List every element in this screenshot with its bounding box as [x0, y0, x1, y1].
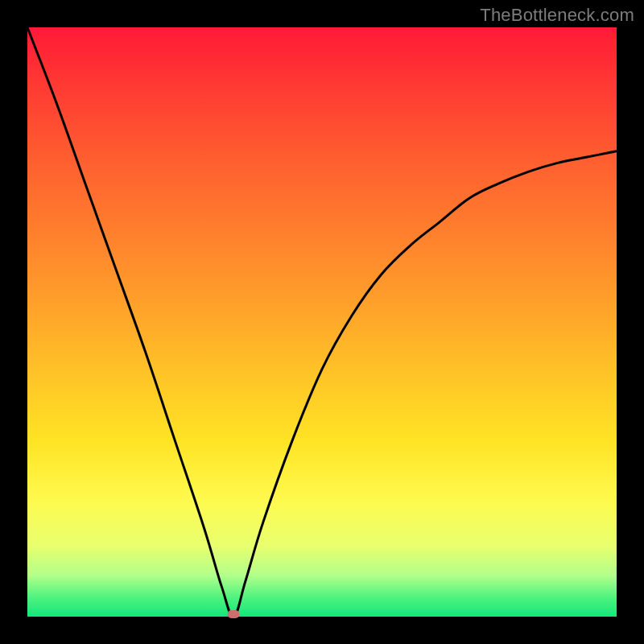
minimum-marker	[228, 610, 240, 618]
chart-frame: TheBottleneck.com	[0, 0, 644, 644]
bottleneck-curve	[27, 27, 617, 617]
curve-line	[27, 27, 617, 617]
plot-area	[27, 27, 617, 617]
watermark-text: TheBottleneck.com	[480, 5, 634, 26]
